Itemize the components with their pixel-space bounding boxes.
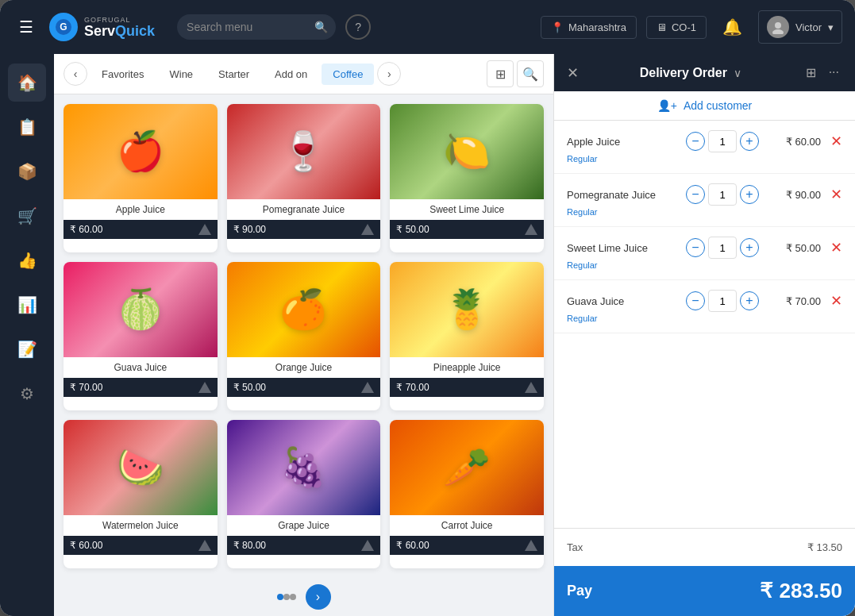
category-next-arrow[interactable]: ›: [377, 62, 401, 86]
product-card[interactable]: 🍈 Guava Juice ₹ 70.00: [64, 262, 218, 410]
grid-view-button[interactable]: ⊞: [487, 60, 514, 87]
order-footer: Tax ₹ 13.50: [554, 528, 855, 566]
logo: G GOFRUGAL ServQuick: [49, 13, 155, 41]
order-item: Pomegranate Juice − + ₹ 90.00 ✕ Regular: [554, 174, 855, 227]
order-items-list: Apple Juice − + ₹ 60.00 ✕ Regular Pomegr…: [554, 121, 855, 528]
qty-decrease-button[interactable]: −: [686, 238, 705, 257]
sidebar-item-cart[interactable]: 🛒: [8, 197, 46, 235]
product-card[interactable]: 🍷 Pomegranate Juice ₹ 90.00: [227, 104, 381, 252]
product-image: 🍎: [64, 104, 218, 199]
category-tabs: ‹ Favorites Wine Starter Add on Coffee ›…: [54, 54, 553, 94]
product-price: ₹ 50.00: [233, 382, 266, 393]
user-menu[interactable]: Victor ▾: [758, 10, 842, 44]
product-grid: 🍎 Apple Juice ₹ 60.00 🍷 Pomegranate Juic…: [54, 94, 553, 578]
sidebar-item-feedback[interactable]: 👍: [8, 241, 46, 279]
svg-point-3: [772, 29, 784, 34]
category-tab-addon[interactable]: Add on: [264, 64, 318, 85]
qty-increase-button[interactable]: +: [740, 132, 759, 151]
product-price-bar: ₹ 70.00: [390, 378, 544, 397]
order-grid-icon[interactable]: ⊞: [803, 64, 819, 82]
add-customer-button[interactable]: 👤+ Add customer: [554, 91, 855, 121]
help-button[interactable]: ?: [345, 14, 371, 40]
product-card[interactable]: 🍋 Sweet Lime Juice ₹ 50.00: [390, 104, 544, 252]
product-price-bar: ₹ 60.00: [390, 536, 544, 555]
product-price-bar: ₹ 50.00: [227, 378, 381, 397]
sidebar-item-notes[interactable]: 📝: [8, 330, 46, 368]
product-card[interactable]: 🍉 Watermelon Juice ₹ 60.00: [64, 420, 218, 568]
pay-button[interactable]: Pay ₹ 283.50: [554, 566, 855, 616]
qty-input[interactable]: [708, 130, 737, 152]
product-card[interactable]: 🍊 Orange Juice ₹ 50.00: [227, 262, 381, 410]
price-arrow-icon: [198, 382, 211, 393]
order-item-qty: − +: [686, 237, 759, 259]
qty-decrease-button[interactable]: −: [686, 185, 705, 204]
product-name: Guava Juice: [64, 357, 218, 373]
sidebar-item-reports[interactable]: 📊: [8, 286, 46, 324]
pagination-row: ›: [54, 578, 553, 616]
product-card[interactable]: 🍇 Grape Juice ₹ 80.00: [227, 420, 381, 568]
product-image: 🍍: [390, 262, 544, 357]
category-tab-favorites[interactable]: Favorites: [91, 64, 155, 85]
qty-decrease-button[interactable]: −: [686, 132, 705, 151]
hamburger-button[interactable]: ☰: [13, 11, 40, 43]
co-text: CO-1: [672, 21, 696, 33]
notification-bell[interactable]: 🔔: [716, 11, 749, 43]
category-tab-wine[interactable]: Wine: [158, 64, 204, 85]
order-item-remove-button[interactable]: ✕: [830, 292, 842, 310]
price-arrow-icon: [198, 224, 211, 235]
pagination-next-button[interactable]: ›: [306, 584, 331, 610]
add-customer-icon: 👤+: [657, 99, 677, 112]
search-input[interactable]: [177, 14, 336, 40]
order-close-button[interactable]: ✕: [567, 64, 579, 82]
product-card[interactable]: 🍍 Pineapple Juice ₹ 70.00: [390, 262, 544, 410]
sidebar: 🏠 📋 📦 🛒 👍 📊 📝 ⚙: [0, 54, 54, 616]
price-arrow-icon: [525, 224, 537, 235]
pagination-dot-3[interactable]: [290, 594, 296, 600]
qty-input[interactable]: [708, 237, 737, 259]
price-arrow-icon: [198, 540, 211, 551]
category-tab-starter[interactable]: Starter: [207, 64, 260, 85]
tax-value: ₹ 13.50: [807, 541, 842, 553]
product-name: Watermelon Juice: [64, 515, 218, 531]
qty-increase-button[interactable]: +: [740, 238, 759, 257]
order-item-variant: Regular: [567, 260, 842, 270]
search-box[interactable]: 🔍: [177, 14, 336, 40]
product-price: ₹ 90.00: [233, 224, 266, 235]
product-image: 🍋: [390, 104, 544, 199]
product-icon: 🍍: [443, 287, 491, 332]
order-more-icon[interactable]: ···: [826, 64, 842, 82]
sidebar-item-settings[interactable]: ⚙: [8, 375, 46, 413]
pagination-dot-1[interactable]: [277, 594, 283, 600]
sidebar-item-orders[interactable]: 📋: [8, 108, 46, 146]
product-price: ₹ 80.00: [233, 540, 266, 551]
qty-input[interactable]: [708, 290, 737, 312]
sidebar-item-inventory[interactable]: 📦: [8, 152, 46, 191]
product-image: 🍈: [64, 262, 218, 357]
order-dropdown-icon[interactable]: ∨: [734, 67, 741, 79]
product-search-button[interactable]: 🔍: [517, 60, 544, 87]
price-arrow-icon: [361, 224, 374, 235]
product-name: Pomegranate Juice: [227, 199, 381, 215]
sidebar-item-home[interactable]: 🏠: [8, 64, 46, 102]
order-item-remove-button[interactable]: ✕: [830, 133, 842, 150]
co-selector[interactable]: 🖥 CO-1: [646, 16, 707, 39]
tax-label: Tax: [567, 541, 583, 553]
qty-increase-button[interactable]: +: [740, 291, 759, 310]
logo-text: GOFRUGAL ServQuick: [84, 16, 155, 38]
order-item-remove-button[interactable]: ✕: [830, 186, 842, 203]
product-card[interactable]: 🥕 Carrot Juice ₹ 60.00: [390, 420, 544, 568]
location-text: Maharashtra: [568, 21, 626, 33]
qty-decrease-button[interactable]: −: [686, 291, 705, 310]
tax-row: Tax ₹ 13.50: [567, 538, 842, 556]
qty-input[interactable]: [708, 183, 737, 206]
qty-increase-button[interactable]: +: [740, 185, 759, 204]
category-tab-coffee[interactable]: Coffee: [322, 64, 374, 85]
order-item-remove-button[interactable]: ✕: [830, 239, 842, 256]
location-selector[interactable]: 📍 Maharashtra: [541, 16, 637, 39]
logo-icon: G: [49, 13, 78, 41]
product-card[interactable]: 🍎 Apple Juice ₹ 60.00: [64, 104, 218, 252]
category-prev-arrow[interactable]: ‹: [64, 62, 87, 86]
pay-amount: ₹ 283.50: [760, 579, 842, 603]
order-item-price: ₹ 60.00: [765, 136, 821, 148]
pagination-dot-2[interactable]: [283, 594, 290, 600]
